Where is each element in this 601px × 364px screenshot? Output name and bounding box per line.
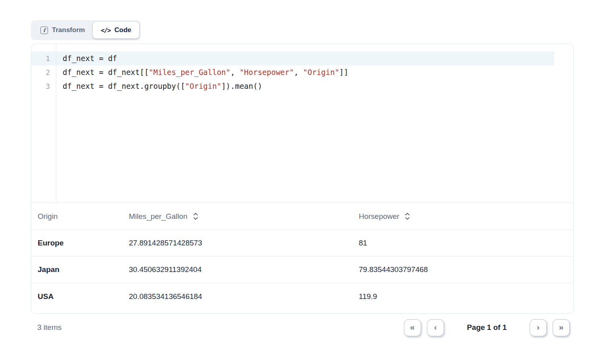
cell-origin: USA — [38, 292, 129, 301]
cell-horsepower: 79.83544303797468 — [359, 265, 573, 274]
line-number: 3 — [31, 79, 56, 93]
sort-icon[interactable] — [193, 213, 199, 220]
tab-transform-label: Transform — [52, 26, 85, 34]
table-row: USA 20.083534136546184 119.9 — [31, 283, 573, 310]
cell-miles-per-gallon: 30.450632911392404 — [129, 265, 359, 274]
view-mode-switcher: f Transform </> Code — [31, 20, 141, 40]
sort-icon[interactable] — [404, 213, 410, 220]
chevron-right-icon: › — [537, 323, 540, 331]
code-text: df_next = df — [56, 52, 117, 65]
items-count: 3 items — [37, 323, 61, 332]
column-header-horsepower[interactable]: Horsepower — [359, 212, 573, 221]
double-chevron-left-icon: « — [410, 323, 415, 331]
tab-transform[interactable]: f Transform — [33, 22, 93, 38]
table-row: Japan 30.450632911392404 79.835443037974… — [31, 257, 573, 283]
cell-horsepower: 119.9 — [359, 292, 573, 301]
code-line[interactable]: 1 df_next = df — [31, 52, 554, 65]
table-footer: 3 items « ‹ Page 1 of 1 › » — [31, 316, 574, 339]
page-indicator: Page 1 of 1 — [467, 323, 507, 332]
tab-code-label: Code — [115, 26, 132, 34]
cell-origin: Japan — [38, 265, 129, 274]
function-icon: f — [40, 27, 48, 34]
tab-code[interactable]: </> Code — [93, 22, 139, 38]
code-icon: </> — [101, 27, 110, 34]
column-header-miles-per-gallon[interactable]: Miles_per_Gallon — [129, 212, 359, 221]
column-header-origin: Origin — [38, 212, 129, 221]
result-table: Origin Miles_per_Gallon Horsepower — [31, 203, 573, 310]
transform-cell-panel: 1 df_next = df 2 df_next = df_next[["Mil… — [31, 44, 574, 314]
table-header-row: Origin Miles_per_Gallon Horsepower — [31, 203, 573, 230]
double-chevron-right-icon: » — [559, 323, 564, 331]
line-number: 1 — [31, 52, 56, 65]
cell-miles-per-gallon: 27.891428571428573 — [129, 239, 359, 247]
table-row: Europe 27.891428571428573 81 — [31, 230, 573, 257]
gutter-divider — [56, 44, 56, 203]
line-number: 2 — [31, 65, 56, 79]
cell-origin: Europe — [38, 239, 129, 247]
code-editor[interactable]: 1 df_next = df 2 df_next = df_next[["Mil… — [31, 44, 573, 203]
cell-horsepower: 81 — [359, 239, 573, 247]
code-text: df_next = df_next[["Miles_per_Gallon", "… — [56, 65, 348, 79]
code-line[interactable]: 2 df_next = df_next[["Miles_per_Gallon",… — [31, 65, 554, 79]
pagination: « ‹ Page 1 of 1 › » — [404, 319, 570, 336]
cell-miles-per-gallon: 20.083534136546184 — [129, 292, 359, 301]
last-page-button[interactable]: » — [553, 319, 570, 336]
previous-page-button[interactable]: ‹ — [427, 319, 444, 336]
first-page-button[interactable]: « — [404, 319, 421, 336]
code-line[interactable]: 3 df_next = df_next.groupby(["Origin"]).… — [31, 79, 554, 93]
chevron-left-icon: ‹ — [434, 323, 437, 331]
next-page-button[interactable]: › — [530, 319, 547, 336]
code-text: df_next = df_next.groupby(["Origin"]).me… — [56, 79, 262, 93]
